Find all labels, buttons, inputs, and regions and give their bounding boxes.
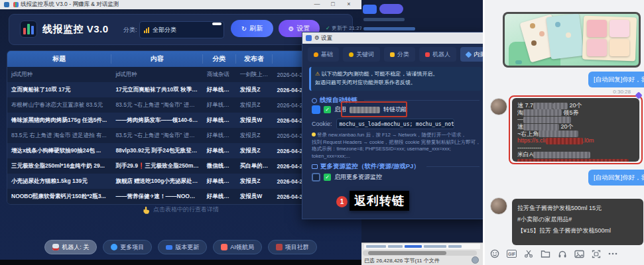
minimize-button[interactable]: —: [310, 0, 324, 9]
table-cell: 17元立而爽船袜了共10双 秋季轻薄后石...: [111, 86, 202, 94]
scrollbar-thumb[interactable]: [368, 251, 446, 255]
link-icon: [312, 98, 317, 103]
monitor-icon: [312, 164, 318, 169]
table-cell: 发报员W: [236, 117, 273, 125]
table-cell: 83.5元 右上角进 淘金币 进足迹拍 有...: [7, 132, 111, 140]
pencil-icon: [466, 51, 472, 58]
table-cell: 微信线报-...: [203, 162, 236, 170]
taskbar-app-icon: [4, 2, 9, 7]
table-cell: ——烤肉烤肠发车——领140-60补...: [111, 117, 202, 125]
background-text-line: [363, 18, 405, 21]
table-cell: 发报员Z: [236, 86, 273, 94]
file-list-row[interactable]: [364, 244, 480, 249]
tab-机器人[interactable]: 机器人: [419, 47, 456, 62]
chat-input-toolbar: GIF: [490, 249, 641, 258]
folder-icon: [390, 52, 395, 57]
globe-icon: [111, 244, 117, 250]
table-cell: 立而爽船袜了10双 17元: [7, 86, 111, 94]
more-icon[interactable]: [608, 252, 617, 255]
table-cell: 好单线报-...: [203, 86, 236, 94]
avatar[interactable]: [490, 98, 507, 115]
tab-分类[interactable]: 分类: [384, 47, 415, 62]
table-cell: 88vlp30.92元 到手24包无敌登4.48...: [111, 147, 202, 155]
message-line: 拉芳鱼子酱膏护发梳500ml 15元: [517, 203, 638, 214]
more-monitor-checkbox-row[interactable]: ✓ 启用更多资源监控: [312, 173, 382, 182]
table-cell: jd试用种: [111, 71, 202, 79]
table-cell: 83.5元 ~右上角进 “淘金币” 进足迹...: [111, 101, 202, 109]
footer-button-2[interactable]: 版本更新: [158, 240, 207, 254]
footer-button-4[interactable]: 项目社群: [268, 240, 317, 254]
auto-reply-bubble-1: [自动回复]你好，我现: [588, 72, 644, 87]
category-dropdown[interactable]: 全部分类: [139, 21, 224, 38]
checkbox-unchecked[interactable]: [312, 173, 320, 182]
scissors-icon[interactable]: [524, 249, 533, 258]
emoji-icon[interactable]: [490, 249, 499, 258]
cookie-input[interactable]: mochu_us_load=mochu_us; mochu_us_notice: [336, 119, 454, 129]
page-title: 线报监控 V3.0: [42, 23, 109, 36]
headset-icon[interactable]: [558, 250, 567, 258]
message-line: #小卖部の家居用品#: [517, 214, 638, 225]
table-cell: 好单线报-...: [203, 178, 236, 186]
beta-warning: ⚠ 以下功能为内测功能，可能不稳定，请谨慎开启。 如遇问题可关闭对应功能并联系作…: [309, 67, 482, 91]
image-icon[interactable]: [574, 250, 584, 258]
check-icon: ✓: [326, 25, 330, 31]
table-cell: jd试用种: [7, 71, 111, 79]
close-button[interactable]: ×: [342, 0, 356, 9]
maximize-button[interactable]: □: [326, 0, 340, 9]
screen-frame-icon[interactable]: [592, 250, 601, 258]
monitor-icon: [166, 245, 172, 250]
table-cell: 好单线报-...: [203, 147, 236, 155]
dropdown-scroll-thumb[interactable]: [212, 23, 222, 25]
file-window-fragment: 已选 26,428,426 字节(11 个文件: [361, 242, 483, 265]
main-titlebar: 线报监控系统 V3.0 - 网赚库 & 对话监测 — □ ×: [0, 0, 361, 9]
app-icon: [13, 2, 19, 7]
column-header: 内容: [111, 54, 202, 64]
refresh-button[interactable]: ↻ 刷新: [231, 20, 273, 37]
bulb-icon: [312, 132, 316, 136]
footer-button-1[interactable]: 更多项目: [103, 240, 152, 254]
background-link-line: [363, 27, 415, 30]
desktop: 线报监控系统 V3.0 - 网赚库 & 对话监测 — □ × 线报监控 V3.0…: [0, 0, 644, 265]
table-cell: 好单线报-...: [203, 193, 236, 201]
sticker-image-message[interactable]: [503, 12, 641, 68]
pointing-hand-icon: [143, 206, 150, 214]
footer-button-0[interactable]: 机器人: 关: [44, 240, 97, 254]
checkbox-checked-icon[interactable]: ✓: [324, 174, 331, 181]
background-button-1[interactable]: [363, 5, 377, 14]
blue-toggle[interactable]: [312, 105, 320, 114]
background-button-2[interactable]: [379, 4, 403, 14]
table-cell: 三元极致全脂250ml*16盒纯牛奶 29...: [7, 162, 111, 170]
category-value: 全部分类: [153, 26, 176, 34]
footer-button-3[interactable]: AI领航局: [213, 240, 262, 254]
flame-icon: [314, 52, 318, 57]
table-cell: NOOBO熙康软骨素钙片150粒*2瓶3...: [7, 193, 111, 201]
table-cell: 发报员W: [236, 193, 273, 201]
refresh-icon: ↻: [241, 25, 247, 32]
table-cell: 锋味派黑猪肉烤肉烤肠175g 任选5件...: [7, 117, 111, 125]
annotation-rect-message: [509, 95, 643, 164]
tab-关键词[interactable]: 关键词: [343, 47, 380, 62]
table-cell: 发报员Z: [236, 101, 273, 109]
dialog-titlebar: ⚙ 设置: [302, 32, 487, 44]
table-cell: 发报员Z: [236, 147, 273, 155]
table-cell: 旗舰店 赠送吃100g小壳泌尿处方猫粮...: [111, 178, 202, 186]
checkbox-checked-icon[interactable]: ✓: [324, 106, 331, 113]
annotation-rect-checkbox: [341, 101, 407, 117]
folder-icon[interactable]: [541, 250, 550, 258]
avatar[interactable]: [490, 197, 507, 215]
table-cell: 发报员Z: [236, 132, 273, 140]
category-label: 分类:: [123, 26, 137, 34]
gear-icon: ⚙: [289, 25, 294, 32]
gif-icon[interactable]: GIF: [507, 250, 517, 258]
tab-基础[interactable]: 基础: [308, 47, 339, 62]
annotation-label: 返利转链: [350, 191, 409, 211]
message-line: 【¥15】拉芳 鱼子酱膏护发梳500ml: [517, 225, 638, 237]
table-cell: 小壳泌尿处方猫粮1.5kg 139元: [7, 178, 111, 186]
dialog-title: ⚙ 设置: [314, 34, 332, 42]
table-cell: 83.5元 ~右上角进 “淘金币” 进足迹...: [111, 132, 202, 140]
table-cell: 好单线报-...: [203, 101, 236, 109]
table-cell: 发报员Z: [236, 178, 273, 186]
dialog-app-icon: [306, 35, 312, 41]
robot-icon: [425, 52, 430, 57]
selected-segment: [405, 245, 422, 248]
